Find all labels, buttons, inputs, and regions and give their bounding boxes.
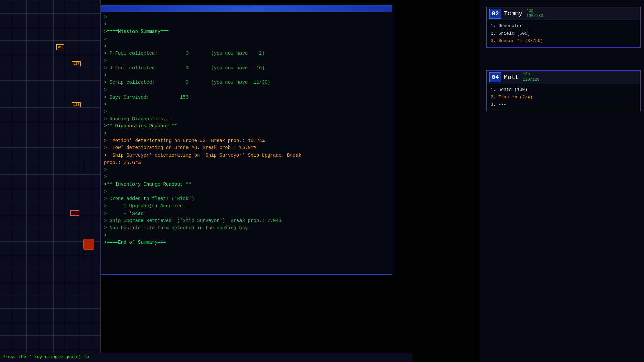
- terminal-line: >** Diagnostics Readout **: [104, 123, 389, 130]
- terminal-line: prob.: 25.64%: [104, 159, 389, 167]
- char-number: 04: [489, 72, 501, 82]
- char-number: 02: [489, 9, 501, 19]
- char-item: 3. ---: [491, 101, 636, 108]
- char-name: Tommy: [504, 10, 522, 17]
- char-name: Matt: [504, 74, 519, 81]
- terminal-line: >** Inventory Change Readout **: [104, 181, 389, 188]
- status-bar-text: Press the ' key (single-quote) to: [3, 354, 89, 359]
- char-item: 2. Trap *m (2/4): [491, 94, 636, 101]
- map-icon-bottom[interactable]: [83, 239, 94, 250]
- terminal-content: >>>====Mission Summary===>>> P-Fuel coll…: [101, 12, 392, 274]
- terminal-line: > Scrap collected: 9 (you now have 11/30…: [104, 79, 389, 86]
- terminal-line: > 'Motion' deteriorating on Drone #3. Br…: [104, 137, 389, 145]
- terminal-line: >====Mission Summary===: [104, 28, 389, 36]
- terminal-panel: >>>====Mission Summary===>>> P-Fuel coll…: [101, 5, 392, 275]
- terminal-line: > Drone added to fleet! ('Rick'): [104, 195, 389, 203]
- terminal-line: >: [104, 21, 389, 28]
- terminal-line: > P-Fuel collected: 0 (you now have 2): [104, 50, 389, 57]
- terminal-line: >: [104, 188, 389, 196]
- terminal-line: >: [104, 232, 389, 239]
- char-header: 04Matt*Sp 120/120: [487, 71, 640, 84]
- char-item: 1. Sonic (100): [491, 86, 636, 94]
- terminal-line: >: [104, 36, 389, 43]
- char-sp: *Sp 120/120: [523, 72, 539, 82]
- map-node-d28: d28: [72, 102, 81, 107]
- char-header: 02Tommy*Sp 130/130: [487, 7, 640, 20]
- terminal-line: > 1 Upgrade(s) Acquired...: [104, 203, 389, 210]
- map-node-a5: a5: [56, 44, 64, 50]
- terminal-line: >: [104, 72, 389, 79]
- character-card-matt: 04Matt*Sp 120/1201. Sonic (100)2. Trap *…: [486, 70, 641, 111]
- char-item: 2. Shield (500): [491, 30, 636, 37]
- terminal-line: > - 'Scan': [104, 210, 389, 218]
- terminal-line: >: [104, 166, 389, 174]
- terminal-line: > Running Diagnostics...: [104, 116, 389, 123]
- map-node-d27: d27: [72, 61, 81, 66]
- terminal-line: > J-Fuel collected: 0 (you now have 16): [104, 65, 389, 72]
- terminal-line: >: [104, 57, 389, 65]
- map-node-n14: n14: [70, 210, 79, 216]
- terminal-line: >: [104, 130, 389, 137]
- terminal-line: >: [104, 174, 389, 181]
- char-body: 1. Generator2. Shield (500)3. Sensor *m …: [487, 20, 640, 47]
- terminal-line: > 'Ship Surveyor' deteriorating on 'Ship…: [104, 152, 389, 159]
- char-sp: *Sp 130/130: [526, 8, 543, 19]
- terminal-line: >====End of Summary===: [104, 239, 389, 246]
- terminal-line: > Days Survived: 156: [104, 94, 389, 101]
- char-item: 1. Generator: [491, 22, 636, 30]
- terminal-line: >: [104, 14, 389, 21]
- char-item: 3. Sensor *m (37/50): [491, 37, 636, 45]
- terminal-line: >: [104, 101, 389, 108]
- terminal-line: >: [104, 108, 389, 116]
- character-card-tommy: 02Tommy*Sp 130/1301. Generator2. Shield …: [486, 7, 641, 48]
- terminal-line: > Ship Upgrade Retrieved! ('Ship Surveyo…: [104, 217, 389, 225]
- status-bar: Press the ' key (single-quote) to: [0, 353, 413, 362]
- terminal-line: >: [104, 86, 389, 94]
- terminal-line: > 'Tow' deteriorating on Drone #3. Break…: [104, 144, 389, 152]
- terminal-line: >: [104, 43, 389, 50]
- terminal-titlebar: [101, 6, 392, 12]
- terminal-line: > Non-hostile life form detected in the …: [104, 225, 389, 232]
- right-panel: 02Tommy*Sp 130/1301. Generator2. Shield …: [480, 0, 644, 362]
- char-body: 1. Sonic (100)2. Trap *m (2/4)3. ---: [487, 84, 640, 111]
- map-area: a5 d27 d28 n14: [0, 0, 101, 362]
